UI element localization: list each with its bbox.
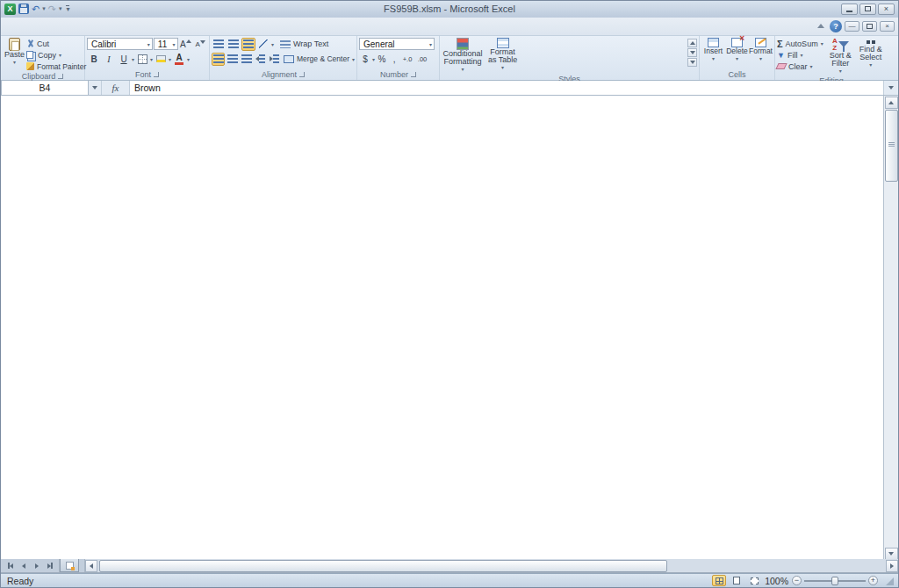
top-align-icon (213, 39, 224, 48)
cells-group-label: Cells (701, 69, 773, 80)
workbook-minimize-button[interactable]: — (845, 21, 859, 32)
comma-style-button[interactable]: , (389, 53, 399, 66)
format-cells-button[interactable]: Format▾ (749, 37, 773, 64)
format-cells-icon (755, 38, 766, 47)
align-right-button[interactable] (240, 53, 253, 66)
help-icon[interactable]: ? (830, 20, 842, 32)
scroll-left-icon[interactable] (85, 560, 97, 572)
workbook-restore-button[interactable] (862, 21, 877, 32)
expand-formula-bar-icon[interactable] (883, 81, 898, 95)
title-bar: X ↶▾ ↷▾ ▾ FS959B.xlsm - Microsoft Excel … (1, 1, 898, 18)
percent-style-button[interactable]: % (376, 53, 388, 66)
prev-sheet-icon[interactable] (18, 561, 29, 571)
insert-cells-button[interactable]: Insert▾ (701, 37, 725, 64)
decrease-decimal-button[interactable]: .00 (415, 53, 429, 66)
decrease-indent-button[interactable] (254, 53, 267, 66)
sheet-nav (1, 559, 60, 572)
paste-button[interactable]: Paste▾ (3, 37, 26, 68)
zoom-out-icon[interactable]: − (792, 576, 802, 585)
sort-filter-icon (838, 41, 849, 47)
increase-indent-button[interactable] (268, 53, 281, 66)
format-as-table-button[interactable]: Format as Table▾ (484, 37, 521, 73)
number-format-select[interactable]: General▾ (359, 38, 435, 50)
number-dialog-launcher-icon[interactable] (411, 72, 416, 77)
conditional-formatting-button[interactable]: Conditional Formatting▾ (442, 37, 484, 75)
gallery-down-icon[interactable] (687, 48, 697, 57)
paste-label: Paste (4, 51, 25, 59)
next-sheet-icon[interactable] (31, 561, 42, 571)
vertical-scrollbar[interactable] (883, 96, 898, 559)
ribbon-group-cells: Insert▾ Delete▾ Format▾ Cells (700, 36, 775, 80)
maximize-button[interactable] (859, 4, 876, 15)
copy-button[interactable]: Copy▾ (26, 50, 86, 61)
align-left-button[interactable] (212, 53, 225, 66)
name-box[interactable]: B4 (1, 81, 89, 95)
clipboard-dialog-launcher-icon[interactable] (58, 74, 63, 79)
gallery-more-icon[interactable] (687, 58, 697, 67)
styles-gallery (521, 37, 687, 39)
autosum-button[interactable]: ΣAutoSum▾ (777, 39, 825, 49)
accounting-format-button[interactable]: $ (359, 53, 371, 66)
minimize-ribbon-icon[interactable] (815, 21, 827, 32)
fill-button[interactable]: ▼Fill▾ (777, 50, 825, 61)
excel-window: X ↶▾ ↷▾ ▾ FS959B.xlsm - Microsoft Excel … (0, 0, 899, 588)
font-dialog-launcher-icon[interactable] (154, 72, 159, 77)
zoom-in-icon[interactable]: + (868, 576, 878, 585)
clear-button[interactable]: Clear▾ (777, 61, 825, 72)
resize-grip[interactable] (884, 576, 895, 586)
name-box-dropdown-icon[interactable] (89, 81, 102, 95)
merge-center-button[interactable]: Merge & Center▾ (284, 54, 355, 64)
scroll-up-icon[interactable] (885, 97, 898, 109)
ribbon-group-styles: Conditional Formatting▾ Format as Table▾… (440, 36, 700, 80)
scroll-right-icon[interactable] (886, 560, 898, 572)
formula-input[interactable]: Brown (130, 81, 883, 95)
bold-button[interactable]: B (87, 53, 101, 66)
find-select-button[interactable]: Find & Select▾ (856, 37, 886, 70)
middle-align-button[interactable] (227, 38, 241, 51)
grow-font-button[interactable]: A (179, 38, 193, 51)
workbook-close-button[interactable]: × (880, 21, 895, 32)
close-button[interactable]: × (878, 4, 895, 15)
minimize-button[interactable] (841, 4, 858, 15)
page-break-view-button[interactable] (747, 575, 761, 586)
first-sheet-icon[interactable] (4, 561, 16, 571)
italic-button[interactable]: I (102, 53, 116, 66)
alignment-dialog-launcher-icon[interactable] (299, 72, 305, 77)
last-sheet-icon[interactable] (44, 561, 55, 571)
ribbon-right-controls: ? — × (815, 20, 895, 32)
underline-button[interactable]: U (117, 53, 131, 66)
increase-decimal-button[interactable]: +.0 (400, 53, 414, 66)
sheet-tabs-bar (1, 559, 898, 573)
zoom-slider-thumb[interactable] (831, 577, 838, 585)
fill-color-button[interactable] (154, 53, 168, 66)
insert-worksheet-tab[interactable] (60, 559, 79, 572)
font-family-select[interactable]: Calibri▾ (87, 38, 153, 50)
clipboard-group-label: Clipboard (3, 72, 83, 81)
autosum-icon: Σ (777, 39, 783, 49)
zoom-level[interactable]: 100% (765, 576, 788, 586)
cut-button[interactable]: Cut (26, 39, 86, 49)
orientation-button[interactable] (256, 38, 270, 51)
wrap-text-button[interactable]: Wrap Text (280, 39, 328, 49)
styles-gallery-scroll (687, 37, 697, 67)
format-painter-button[interactable]: Format Painter (26, 61, 86, 72)
horizontal-scrollbar[interactable] (84, 559, 898, 572)
page-layout-view-button[interactable] (730, 575, 744, 586)
horizontal-scroll-thumb[interactable] (99, 560, 667, 572)
sort-filter-button[interactable]: AZ Sort & Filter▾ (825, 37, 855, 76)
bottom-align-button[interactable] (241, 38, 255, 51)
shrink-font-button[interactable]: A (193, 38, 207, 51)
gallery-up-icon[interactable] (687, 39, 697, 47)
vertical-scroll-thumb[interactable] (885, 110, 898, 182)
delete-cells-button[interactable]: Delete▾ (725, 37, 749, 64)
align-left-icon (213, 54, 224, 63)
insert-function-icon[interactable]: fx (102, 81, 130, 95)
font-size-select[interactable]: 11▾ (154, 38, 178, 50)
formula-bar: B4 fx Brown (1, 81, 898, 96)
align-center-button[interactable] (226, 53, 239, 66)
top-align-button[interactable] (212, 38, 226, 51)
normal-view-button[interactable] (712, 575, 726, 586)
borders-button[interactable] (135, 53, 149, 66)
scroll-down-icon[interactable] (885, 548, 898, 559)
font-color-button[interactable]: A (172, 53, 186, 66)
